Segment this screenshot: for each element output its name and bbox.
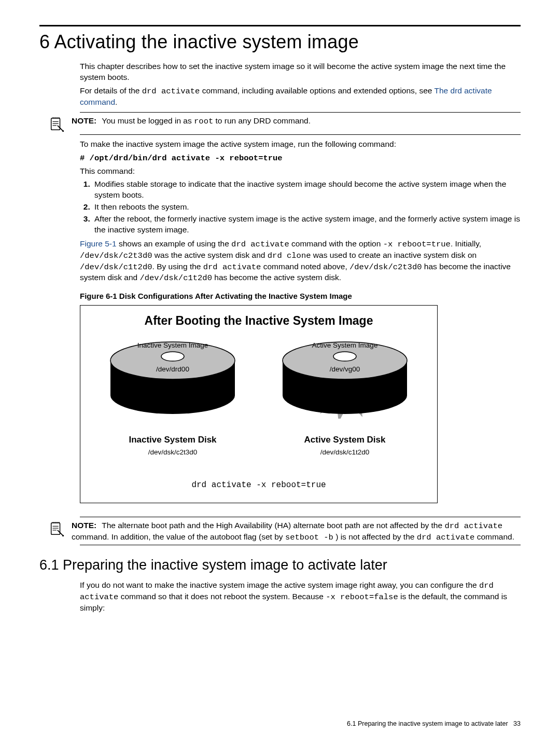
page: 6 Activating the inactive system image T… [0, 0, 560, 746]
svg-point-7 [161, 352, 184, 361]
note2-label: NOTE: [72, 521, 96, 530]
inactive-dev-label: /dev/drd00 [103, 365, 242, 374]
page-footer: 6.1 Preparing the inactive system image … [347, 720, 521, 728]
step-1: Modifies stable storage to indicate that… [92, 179, 521, 201]
section-6-1-p1: If you do not want to make the inactive … [80, 580, 521, 614]
figure-command: drd activate -x reboot=true [80, 480, 437, 491]
intro-p1: This chapter describes how to set the in… [80, 61, 521, 83]
figure-5-1-link[interactable]: Figure 5-1 [80, 239, 117, 248]
svg-rect-0 [51, 118, 60, 130]
figure-6-1: After Booting the Inactive System Image … [80, 305, 438, 503]
note-icon [49, 521, 64, 537]
active-top-label: Active System Image [275, 341, 414, 350]
note2: NOTE:The alternate boot path and the Hig… [49, 520, 521, 543]
active-path: /dev/dsk/c1t2d0 [267, 448, 423, 457]
chapter-number: 6 [39, 31, 50, 52]
steps-list: Modifies stable storage to indicate that… [80, 179, 521, 236]
section-6-1-body: If you do not want to make the inactive … [80, 580, 521, 614]
active-dev-label: /dev/vg00 [275, 365, 414, 374]
figure-caption: Figure 6-1 Disk Configurations After Act… [80, 291, 521, 301]
run-block: To make the inactive system image the ac… [80, 139, 521, 503]
chapter-title: Activating the inactive system image [54, 31, 358, 52]
inactive-top-label: Inactive System Image [103, 341, 242, 350]
active-subtitle: Active System Disk [267, 434, 423, 446]
svg-rect-13 [51, 522, 60, 534]
this-command: This command: [80, 166, 521, 177]
run-command: # /opt/drd/bin/drd activate -x reboot=tr… [80, 153, 521, 164]
figure-title: After Booting the Inactive System Image [80, 306, 437, 329]
active-disk: Active System Image /dev/vg00 [275, 336, 414, 419]
intro-p2: For details of the drd activate command,… [80, 86, 521, 108]
intro-block: This chapter describes how to set the in… [80, 61, 521, 108]
example-paragraph: Figure 5-1 shows an example of using the… [80, 239, 521, 284]
inactive-path: /dev/dsk/c2t3d0 [95, 448, 250, 457]
step-3: After the reboot, the formerly inactive … [92, 214, 521, 236]
step-2: It then reboots the system. [92, 202, 521, 213]
note-icon [49, 117, 64, 132]
note2-body: NOTE:The alternate boot path and the Hig… [72, 520, 521, 543]
note2-bottom-rule [80, 545, 521, 545]
note2-top-rule [80, 517, 521, 517]
top-rule [39, 25, 521, 26]
note1-top-rule [80, 112, 521, 113]
section-6-1-heading: 6.1 Preparing the inactive system image … [39, 556, 521, 574]
inactive-subtitle: Inactive System Disk [95, 434, 250, 446]
page-number: 33 [513, 720, 521, 727]
run-lead: To make the inactive system image the ac… [80, 139, 521, 150]
note1-label: NOTE: [72, 116, 96, 125]
inactive-disk: Inactive System Image /dev/drd00 [103, 336, 242, 419]
chapter-heading: 6 Activating the inactive system image [39, 30, 521, 55]
note1: NOTE:You must be logged in as root to ru… [49, 116, 521, 132]
note1-body: NOTE:You must be logged in as root to ru… [72, 116, 521, 127]
svg-point-12 [333, 352, 356, 361]
footer-text: 6.1 Preparing the inactive system image … [347, 720, 508, 727]
note1-bottom-rule [80, 134, 521, 135]
